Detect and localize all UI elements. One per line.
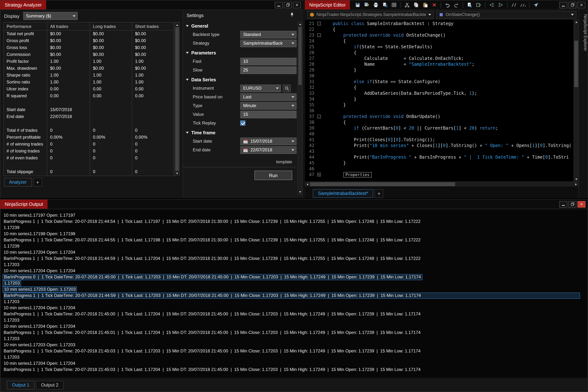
scroll-up-button[interactable] — [574, 20, 578, 24]
setting-row-strategy: StrategySampleIntrabarBack — [183, 39, 296, 48]
section-header-parameters[interactable]: Parameters — [183, 49, 296, 57]
scroll-right-button[interactable] — [574, 182, 578, 187]
tab-sampleintrabarbacktest[interactable]: SampleIntrabarBacktest* — [313, 189, 373, 198]
scroll-down-button[interactable] — [175, 171, 179, 176]
close-button[interactable]: × — [578, 201, 586, 208]
tab-analyzer[interactable]: Analyzer — [4, 178, 32, 186]
cut-button[interactable] — [404, 2, 411, 8]
copy-button[interactable] — [413, 2, 420, 8]
code-token: public — [333, 21, 349, 26]
display-select[interactable]: Summary ($) — [23, 12, 78, 20]
section-header-data-series[interactable]: Data Series — [183, 76, 296, 84]
code-editor[interactable]: 21- public class SampleIntrabarBacktest … — [305, 20, 574, 182]
save-as-button[interactable] — [364, 2, 370, 8]
type-select[interactable]: Minute — [240, 102, 296, 110]
delete-button[interactable] — [431, 2, 438, 8]
output-log[interactable]: 10 min series1.17197 Open: 1.17197BarInP… — [1, 210, 587, 378]
restore-button[interactable] — [284, 2, 292, 8]
section-header-time-frame[interactable]: Time frame — [183, 128, 296, 137]
compile-button[interactable] — [533, 2, 540, 8]
strategy-select[interactable]: SampleIntrabarBack — [240, 40, 296, 47]
row-label: Percent profitable — [4, 134, 47, 141]
scroll-up-icon — [299, 24, 301, 25]
close-button[interactable]: × — [293, 2, 301, 8]
minimize-button[interactable] — [275, 2, 283, 8]
fold-marker[interactable]: - — [317, 115, 321, 118]
restore-button[interactable] — [568, 201, 576, 208]
start-date-picker[interactable]: 15/07/2018 — [240, 138, 296, 145]
code-token: 20 — [409, 125, 414, 131]
settings-scroll-up-button[interactable] — [298, 22, 302, 26]
add-analyzer-tab-button[interactable]: + — [33, 178, 42, 186]
code-token: if — [367, 79, 372, 84]
end-date-picker[interactable]: 22/07/2018 — [240, 146, 296, 154]
class-selector[interactable]: NinjaTrader.NinjaScript.Strategies.Sampl… — [307, 11, 434, 18]
editor-hscrollbar-thumb[interactable] — [310, 182, 455, 186]
run-button[interactable]: Run — [254, 170, 292, 180]
undo-button[interactable] — [444, 2, 451, 8]
scroll-left-button[interactable] — [305, 182, 310, 187]
unindent-button[interactable] — [488, 2, 495, 8]
indent-button[interactable] — [498, 2, 504, 8]
spreadsheet-button[interactable] — [391, 2, 398, 8]
backtest-type-select[interactable]: Standard — [240, 31, 296, 38]
settings-scrollbar[interactable] — [298, 22, 302, 194]
print-preview-button[interactable] — [382, 2, 388, 8]
comment-button[interactable]: // — [510, 2, 518, 8]
price-based-on-select[interactable]: Last — [240, 93, 296, 101]
uncomment-button[interactable]: /// — [520, 2, 526, 8]
row-label: Total slippage — [4, 168, 47, 175]
table-scrollbar[interactable] — [174, 22, 179, 176]
settings-scrollbar-thumb[interactable] — [298, 27, 302, 85]
editor-titlebar: NinjaScript Editor ///// × — [305, 0, 588, 10]
find-button[interactable] — [466, 2, 473, 8]
fold-marker[interactable]: - — [317, 34, 321, 37]
code-line: 46 — [305, 166, 574, 172]
instrument-search-button[interactable] — [283, 84, 291, 92]
table-row: Start date15/07/2018 — [4, 106, 174, 113]
template-link[interactable]: template — [276, 160, 292, 164]
goto-button[interactable] — [475, 2, 482, 8]
restore-button[interactable] — [568, 2, 576, 8]
close-button[interactable]: × — [578, 2, 586, 8]
compile-icon — [533, 2, 539, 8]
save-button[interactable] — [354, 2, 361, 8]
method-selector[interactable]: OnStateChange() — [436, 11, 576, 18]
ninjascript-explorer-strip[interactable]: NinjaScript Explorer — [578, 10, 588, 198]
table-scrollbar-thumb[interactable] — [175, 27, 179, 171]
redo-button[interactable] — [453, 2, 460, 8]
instrument-select[interactable]: EURUSD — [240, 84, 281, 92]
tick-replay-checkbox[interactable] — [240, 120, 245, 126]
tab-output-2[interactable]: Output 2 — [36, 381, 64, 390]
slow-input[interactable]: 25 — [240, 66, 296, 74]
settings-scroll-down-button[interactable] — [298, 190, 302, 194]
editor-vertical-scrollbar[interactable] — [574, 20, 578, 182]
editor-horizontal-scrollbar[interactable] — [305, 182, 578, 186]
scroll-up-button[interactable] — [175, 22, 179, 27]
section-header-general[interactable]: General — [183, 22, 296, 30]
print-button[interactable] — [372, 2, 380, 8]
value-input[interactable]: 15 — [240, 110, 296, 118]
code-token: protected — [343, 32, 367, 38]
code-line: 37- protected override void OnBarUpdate(… — [305, 114, 574, 120]
column-header: All trades — [47, 22, 90, 30]
code-token: void — [393, 32, 404, 38]
table-cell: $0.00 — [90, 38, 132, 44]
column-header: Short trades — [132, 22, 174, 30]
pin-icon[interactable] — [290, 12, 294, 19]
fast-input[interactable]: 10 — [240, 58, 296, 65]
table-cell: 0 — [47, 127, 90, 134]
tab-output-1[interactable]: Output 1 — [7, 381, 34, 390]
add-editor-tab-button[interactable]: + — [375, 189, 384, 198]
editor-scrollbar-thumb[interactable] — [574, 41, 578, 87]
minimize-button[interactable] — [559, 2, 567, 8]
fold-marker[interactable]: + — [317, 173, 321, 176]
code-token — [322, 172, 343, 178]
table-row: Total slippage000 — [4, 168, 174, 175]
fold-marker[interactable]: - — [317, 22, 321, 26]
paste-button[interactable] — [422, 2, 429, 8]
minimize-button[interactable] — [559, 201, 567, 208]
row-label: Gross loss — [4, 44, 47, 51]
scroll-down-button[interactable] — [574, 177, 578, 182]
fold-margin — [316, 120, 322, 125]
